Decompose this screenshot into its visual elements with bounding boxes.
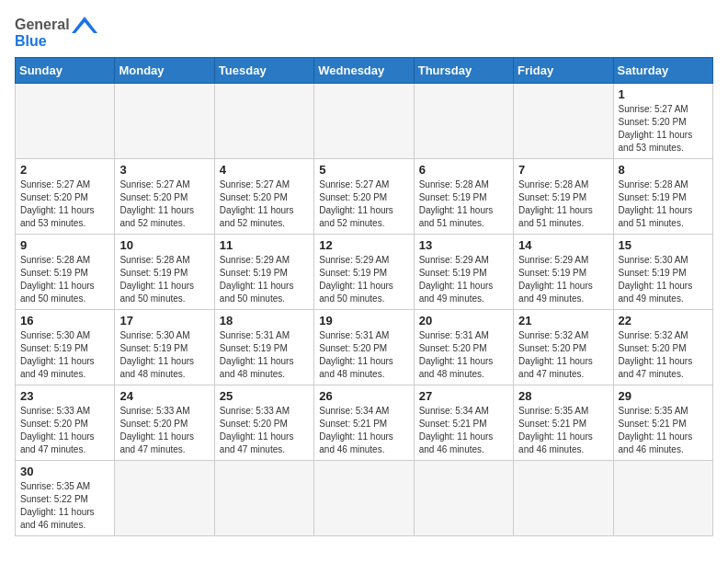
day-number: 27	[419, 389, 508, 403]
day-number: 19	[319, 314, 408, 327]
day-number: 10	[119, 238, 209, 252]
day-number: 14	[518, 238, 608, 252]
day-number: 18	[220, 314, 309, 327]
calendar-cell: 19Sunrise: 5:31 AM Sunset: 5:20 PM Dayli…	[314, 309, 414, 385]
calendar-cell-empty	[414, 460, 513, 535]
day-info: Sunrise: 5:30 AM Sunset: 5:19 PM Dayligh…	[20, 329, 109, 381]
calendar-cell: 29Sunrise: 5:35 AM Sunset: 5:21 PM Dayli…	[613, 385, 712, 460]
calendar-cell: 25Sunrise: 5:33 AM Sunset: 5:20 PM Dayli…	[214, 385, 313, 460]
day-info: Sunrise: 5:27 AM Sunset: 5:20 PM Dayligh…	[20, 178, 109, 230]
calendar-row-0: 1Sunrise: 5:27 AM Sunset: 5:20 PM Daylig…	[16, 83, 713, 158]
weekday-header-thursday: Thursday	[414, 57, 513, 83]
calendar-cell-empty	[613, 460, 712, 535]
day-number: 5	[319, 163, 408, 177]
day-number: 15	[619, 238, 708, 252]
calendar-cell: 4Sunrise: 5:27 AM Sunset: 5:20 PM Daylig…	[214, 158, 313, 234]
calendar-cell: 18Sunrise: 5:31 AM Sunset: 5:19 PM Dayli…	[214, 309, 313, 385]
day-info: Sunrise: 5:33 AM Sunset: 5:20 PM Dayligh…	[220, 405, 309, 456]
day-info: Sunrise: 5:31 AM Sunset: 5:20 PM Dayligh…	[319, 329, 408, 381]
calendar-cell: 12Sunrise: 5:29 AM Sunset: 5:19 PM Dayli…	[314, 234, 414, 309]
calendar-cell: 6Sunrise: 5:28 AM Sunset: 5:19 PM Daylig…	[414, 158, 513, 234]
calendar-cell: 11Sunrise: 5:29 AM Sunset: 5:19 PM Dayli…	[214, 234, 313, 309]
calendar-cell: 15Sunrise: 5:30 AM Sunset: 5:19 PM Dayli…	[613, 234, 712, 309]
day-info: Sunrise: 5:29 AM Sunset: 5:19 PM Dayligh…	[220, 254, 309, 305]
weekday-header-monday: Monday	[115, 57, 214, 83]
day-info: Sunrise: 5:35 AM Sunset: 5:21 PM Dayligh…	[518, 405, 608, 456]
calendar-row-2: 9Sunrise: 5:28 AM Sunset: 5:19 PM Daylig…	[16, 234, 713, 309]
calendar-row-5: 30Sunrise: 5:35 AM Sunset: 5:22 PM Dayli…	[16, 460, 713, 535]
day-info: Sunrise: 5:27 AM Sunset: 5:20 PM Dayligh…	[619, 103, 708, 155]
weekday-header-sunday: Sunday	[16, 57, 115, 83]
calendar-cell: 27Sunrise: 5:34 AM Sunset: 5:21 PM Dayli…	[414, 385, 513, 460]
day-info: Sunrise: 5:27 AM Sunset: 5:20 PM Dayligh…	[119, 178, 209, 230]
day-number: 23	[20, 389, 109, 403]
weekday-header-friday: Friday	[514, 57, 613, 83]
calendar-cell: 26Sunrise: 5:34 AM Sunset: 5:21 PM Dayli…	[314, 385, 414, 460]
calendar-cell	[514, 83, 613, 158]
day-number: 30	[20, 465, 109, 478]
calendar-row-3: 16Sunrise: 5:30 AM Sunset: 5:19 PM Dayli…	[16, 309, 713, 385]
calendar-cell: 28Sunrise: 5:35 AM Sunset: 5:21 PM Dayli…	[514, 385, 613, 460]
day-number: 17	[119, 314, 209, 327]
calendar-cell: 13Sunrise: 5:29 AM Sunset: 5:19 PM Dayli…	[414, 234, 513, 309]
day-number: 9	[20, 238, 109, 252]
day-info: Sunrise: 5:30 AM Sunset: 5:19 PM Dayligh…	[619, 254, 708, 305]
calendar-cell: 24Sunrise: 5:33 AM Sunset: 5:20 PM Dayli…	[115, 385, 214, 460]
day-number: 21	[518, 314, 608, 327]
calendar-cell: 1Sunrise: 5:27 AM Sunset: 5:20 PM Daylig…	[613, 83, 712, 158]
day-info: Sunrise: 5:33 AM Sunset: 5:20 PM Dayligh…	[119, 405, 209, 456]
day-number: 16	[20, 314, 109, 327]
day-number: 6	[419, 163, 508, 177]
calendar-cell: 10Sunrise: 5:28 AM Sunset: 5:19 PM Dayli…	[115, 234, 214, 309]
day-info: Sunrise: 5:34 AM Sunset: 5:21 PM Dayligh…	[319, 405, 408, 456]
calendar-cell-empty	[314, 460, 414, 535]
calendar-cell: 17Sunrise: 5:30 AM Sunset: 5:19 PM Dayli…	[115, 309, 214, 385]
day-info: Sunrise: 5:35 AM Sunset: 5:21 PM Dayligh…	[619, 405, 708, 456]
day-number: 20	[419, 314, 508, 327]
calendar-cell-empty	[115, 460, 214, 535]
calendar-cell	[115, 83, 214, 158]
calendar-cell	[214, 83, 313, 158]
day-number: 24	[119, 389, 209, 403]
day-info: Sunrise: 5:33 AM Sunset: 5:20 PM Dayligh…	[20, 405, 109, 456]
day-info: Sunrise: 5:32 AM Sunset: 5:20 PM Dayligh…	[619, 329, 708, 381]
logo: General Blue	[15, 15, 97, 50]
calendar-cell: 5Sunrise: 5:27 AM Sunset: 5:20 PM Daylig…	[314, 158, 414, 234]
day-info: Sunrise: 5:29 AM Sunset: 5:19 PM Dayligh…	[419, 254, 508, 305]
calendar-cell: 9Sunrise: 5:28 AM Sunset: 5:19 PM Daylig…	[16, 234, 115, 309]
calendar-cell	[314, 83, 414, 158]
weekday-header-wednesday: Wednesday	[314, 57, 414, 83]
calendar-cell: 22Sunrise: 5:32 AM Sunset: 5:20 PM Dayli…	[613, 309, 712, 385]
weekday-header-tuesday: Tuesday	[214, 57, 313, 83]
day-info: Sunrise: 5:28 AM Sunset: 5:19 PM Dayligh…	[20, 254, 109, 305]
day-number: 26	[319, 389, 408, 403]
calendar-cell: 7Sunrise: 5:28 AM Sunset: 5:19 PM Daylig…	[514, 158, 613, 234]
day-number: 7	[518, 163, 608, 177]
day-info: Sunrise: 5:35 AM Sunset: 5:22 PM Dayligh…	[20, 480, 109, 532]
day-info: Sunrise: 5:29 AM Sunset: 5:19 PM Dayligh…	[319, 254, 408, 305]
calendar-cell: 2Sunrise: 5:27 AM Sunset: 5:20 PM Daylig…	[16, 158, 115, 234]
day-info: Sunrise: 5:27 AM Sunset: 5:20 PM Dayligh…	[319, 178, 408, 230]
calendar-cell: 20Sunrise: 5:31 AM Sunset: 5:20 PM Dayli…	[414, 309, 513, 385]
weekday-header-saturday: Saturday	[613, 57, 712, 83]
day-info: Sunrise: 5:31 AM Sunset: 5:19 PM Dayligh…	[220, 329, 309, 381]
day-info: Sunrise: 5:30 AM Sunset: 5:19 PM Dayligh…	[119, 329, 209, 381]
calendar-row-4: 23Sunrise: 5:33 AM Sunset: 5:20 PM Dayli…	[16, 385, 713, 460]
day-number: 4	[220, 163, 309, 177]
day-number: 8	[619, 163, 708, 177]
calendar-cell: 8Sunrise: 5:28 AM Sunset: 5:19 PM Daylig…	[613, 158, 712, 234]
logo-general-text: General	[15, 17, 70, 33]
page-header: General Blue	[15, 15, 713, 50]
day-number: 13	[419, 238, 508, 252]
day-info: Sunrise: 5:28 AM Sunset: 5:19 PM Dayligh…	[119, 254, 209, 305]
day-number: 22	[619, 314, 708, 327]
day-number: 2	[20, 163, 109, 177]
logo-blue-shape	[72, 15, 97, 35]
calendar-cell-empty	[214, 460, 313, 535]
day-number: 25	[220, 389, 309, 403]
day-number: 1	[619, 87, 708, 101]
logo-container: General Blue	[15, 15, 97, 50]
day-number: 11	[220, 238, 309, 252]
weekday-header-row: SundayMondayTuesdayWednesdayThursdayFrid…	[16, 57, 713, 83]
day-info: Sunrise: 5:28 AM Sunset: 5:19 PM Dayligh…	[619, 178, 708, 230]
